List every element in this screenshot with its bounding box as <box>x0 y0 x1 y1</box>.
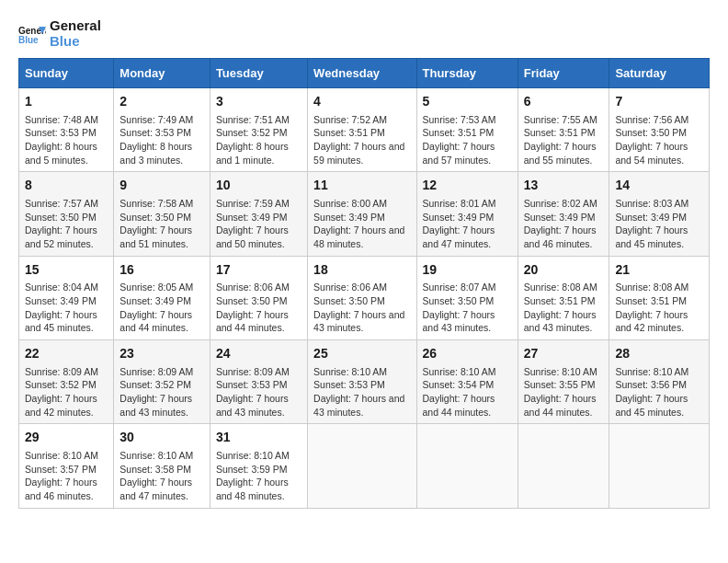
daylight-text: Daylight: 7 hours and 48 minutes. <box>216 477 289 501</box>
sunrise-text: Sunrise: 8:10 AM <box>615 366 688 377</box>
daylight-text: Daylight: 7 hours and 48 minutes. <box>313 224 404 249</box>
day-number: 2 <box>119 93 204 111</box>
day-header-thursday: Thursday <box>416 59 518 88</box>
day-number: 12 <box>423 177 512 195</box>
daylight-text: Daylight: 7 hours and 45 minutes. <box>615 393 688 418</box>
day-cell: 16Sunrise: 8:05 AMSunset: 3:49 PMDayligh… <box>114 256 210 339</box>
sunrise-text: Sunrise: 8:03 AM <box>615 198 688 209</box>
day-number: 5 <box>423 93 512 111</box>
daylight-text: Daylight: 7 hours and 59 minutes. <box>313 141 404 166</box>
day-header-tuesday: Tuesday <box>210 59 307 88</box>
day-cell: 12Sunrise: 8:01 AMSunset: 3:49 PMDayligh… <box>416 172 518 256</box>
sunset-text: Sunset: 3:50 PM <box>119 212 191 223</box>
sunset-text: Sunset: 3:53 PM <box>216 379 288 390</box>
day-cell: 31Sunrise: 8:10 AMSunset: 3:59 PMDayligh… <box>210 424 307 508</box>
day-header-saturday: Saturday <box>609 59 710 88</box>
day-cell <box>609 424 710 508</box>
daylight-text: Daylight: 7 hours and 43 minutes. <box>119 393 192 418</box>
sunset-text: Sunset: 3:58 PM <box>119 464 191 475</box>
svg-text:Blue: Blue <box>18 35 39 45</box>
day-number: 9 <box>119 177 204 195</box>
day-cell: 23Sunrise: 8:09 AMSunset: 3:52 PMDayligh… <box>114 340 210 424</box>
sunset-text: Sunset: 3:49 PM <box>524 212 596 223</box>
daylight-text: Daylight: 7 hours and 57 minutes. <box>423 141 495 166</box>
sunrise-text: Sunrise: 8:09 AM <box>25 366 98 377</box>
day-header-monday: Monday <box>114 59 210 88</box>
daylight-text: Daylight: 7 hours and 42 minutes. <box>25 393 97 418</box>
day-cell: 9Sunrise: 7:58 AMSunset: 3:50 PMDaylight… <box>114 172 210 256</box>
sunrise-text: Sunrise: 8:10 AM <box>119 450 193 461</box>
sunrise-text: Sunrise: 8:10 AM <box>25 450 98 461</box>
daylight-text: Daylight: 7 hours and 44 minutes. <box>524 393 597 418</box>
daylight-text: Daylight: 7 hours and 55 minutes. <box>524 141 597 166</box>
sunset-text: Sunset: 3:50 PM <box>25 212 97 223</box>
day-number: 16 <box>119 261 204 280</box>
day-number: 27 <box>524 345 604 363</box>
header-row: SundayMondayTuesdayWednesdayThursdayFrid… <box>19 59 710 88</box>
sunrise-text: Sunrise: 7:49 AM <box>119 114 193 125</box>
sunrise-text: Sunrise: 8:06 AM <box>216 282 290 293</box>
sunset-text: Sunset: 3:59 PM <box>216 464 288 475</box>
day-header-friday: Friday <box>518 59 609 88</box>
day-cell: 29Sunrise: 8:10 AMSunset: 3:57 PMDayligh… <box>19 424 114 508</box>
sunset-text: Sunset: 3:57 PM <box>25 464 97 475</box>
day-cell: 8Sunrise: 7:57 AMSunset: 3:50 PMDaylight… <box>19 172 114 256</box>
day-cell: 20Sunrise: 8:08 AMSunset: 3:51 PMDayligh… <box>518 256 609 339</box>
sunrise-text: Sunrise: 7:53 AM <box>423 114 496 125</box>
sunrise-text: Sunrise: 8:10 AM <box>524 366 597 377</box>
logo: General Blue General Blue <box>18 18 101 49</box>
day-cell: 22Sunrise: 8:09 AMSunset: 3:52 PMDayligh… <box>19 340 114 424</box>
day-cell: 24Sunrise: 8:09 AMSunset: 3:53 PMDayligh… <box>210 340 307 424</box>
sunset-text: Sunset: 3:52 PM <box>216 127 288 138</box>
day-header-wednesday: Wednesday <box>308 59 416 88</box>
day-cell: 14Sunrise: 8:03 AMSunset: 3:49 PMDayligh… <box>609 172 710 256</box>
sunset-text: Sunset: 3:52 PM <box>25 379 97 390</box>
sunset-text: Sunset: 3:55 PM <box>524 379 596 390</box>
day-number: 8 <box>25 177 108 195</box>
day-number: 14 <box>615 177 703 195</box>
sunset-text: Sunset: 3:50 PM <box>216 295 288 306</box>
sunset-text: Sunset: 3:51 PM <box>524 295 596 306</box>
day-number: 10 <box>216 177 301 195</box>
daylight-text: Daylight: 7 hours and 46 minutes. <box>25 477 97 501</box>
day-number: 20 <box>524 261 604 280</box>
week-row-4: 22Sunrise: 8:09 AMSunset: 3:52 PMDayligh… <box>19 340 710 424</box>
sunrise-text: Sunrise: 8:10 AM <box>313 366 387 377</box>
sunrise-text: Sunrise: 7:55 AM <box>524 114 597 125</box>
sunrise-text: Sunrise: 8:00 AM <box>313 198 387 209</box>
day-number: 19 <box>423 261 512 280</box>
daylight-text: Daylight: 7 hours and 42 minutes. <box>615 309 688 334</box>
sunset-text: Sunset: 3:49 PM <box>119 295 191 306</box>
daylight-text: Daylight: 7 hours and 52 minutes. <box>25 224 97 249</box>
sunset-text: Sunset: 3:50 PM <box>615 127 687 138</box>
sunset-text: Sunset: 3:49 PM <box>615 212 687 223</box>
day-number: 31 <box>216 429 301 447</box>
daylight-text: Daylight: 7 hours and 43 minutes. <box>313 393 404 418</box>
day-number: 11 <box>313 177 410 195</box>
day-cell: 13Sunrise: 8:02 AMSunset: 3:49 PMDayligh… <box>518 172 609 256</box>
daylight-text: Daylight: 7 hours and 43 minutes. <box>524 309 597 334</box>
sunrise-text: Sunrise: 8:10 AM <box>423 366 496 377</box>
day-cell <box>518 424 609 508</box>
sunrise-text: Sunrise: 8:02 AM <box>524 198 597 209</box>
sunrise-text: Sunrise: 7:59 AM <box>216 198 290 209</box>
sunrise-text: Sunrise: 7:52 AM <box>313 114 387 125</box>
day-cell: 3Sunrise: 7:51 AMSunset: 3:52 PMDaylight… <box>210 88 307 172</box>
day-number: 1 <box>25 93 108 111</box>
day-cell: 28Sunrise: 8:10 AMSunset: 3:56 PMDayligh… <box>609 340 710 424</box>
day-number: 4 <box>313 93 410 111</box>
week-row-5: 29Sunrise: 8:10 AMSunset: 3:57 PMDayligh… <box>19 424 710 508</box>
day-cell: 27Sunrise: 8:10 AMSunset: 3:55 PMDayligh… <box>518 340 609 424</box>
day-cell: 6Sunrise: 7:55 AMSunset: 3:51 PMDaylight… <box>518 88 609 172</box>
day-cell: 25Sunrise: 8:10 AMSunset: 3:53 PMDayligh… <box>308 340 416 424</box>
day-number: 6 <box>524 93 604 111</box>
day-cell: 1Sunrise: 7:48 AMSunset: 3:53 PMDaylight… <box>19 88 114 172</box>
day-number: 7 <box>615 93 703 111</box>
sunrise-text: Sunrise: 8:09 AM <box>119 366 193 377</box>
daylight-text: Daylight: 7 hours and 43 minutes. <box>423 309 495 334</box>
day-number: 26 <box>423 345 512 363</box>
sunset-text: Sunset: 3:54 PM <box>423 379 495 390</box>
week-row-1: 1Sunrise: 7:48 AMSunset: 3:53 PMDaylight… <box>19 88 710 172</box>
daylight-text: Daylight: 7 hours and 44 minutes. <box>216 309 289 334</box>
sunset-text: Sunset: 3:51 PM <box>313 127 385 138</box>
